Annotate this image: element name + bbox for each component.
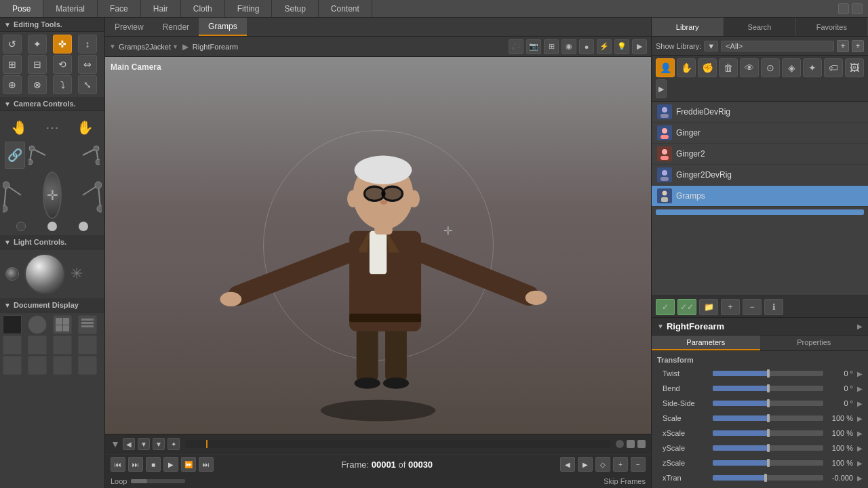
doc-icon-black[interactable] (3, 315, 22, 334)
viewport-btn-lights[interactable]: ⚡ (597, 39, 612, 54)
breadcrumb-scene-item[interactable]: Gramps2Jacket ▼ (119, 43, 178, 51)
lib-icon-circle[interactable]: ⊙ (761, 58, 780, 77)
param-scale-arrow[interactable]: ▶ (857, 415, 863, 422)
doc-icon-9[interactable] (3, 356, 22, 375)
viewport-btn-render[interactable]: 📷 (526, 39, 541, 54)
lib-icon-head[interactable]: 🗑 (719, 58, 738, 77)
viewport-btn-headlamp[interactable]: 💡 (614, 39, 629, 54)
btn-step-fwd[interactable]: ⏩ (181, 457, 196, 472)
lib-item-freddie[interactable]: FreddieDevRig (652, 102, 868, 123)
cam-skeleton-large-left[interactable] (3, 175, 40, 216)
param-xscale-slider[interactable] (713, 430, 823, 436)
light-sphere[interactable] (24, 253, 65, 294)
tool-universal[interactable]: ✜ (53, 35, 72, 54)
light-small-knob[interactable] (5, 267, 19, 281)
btn-step-back[interactable]: ⏭ (128, 457, 143, 472)
doc-icon-7[interactable] (53, 336, 72, 354)
lib-btn-add[interactable]: + (721, 299, 740, 315)
doc-icon-10[interactable] (28, 356, 47, 375)
timeline-dot-2[interactable] (627, 440, 635, 448)
tool-rotate2[interactable]: ⟲ (53, 55, 72, 74)
properties-header-arrow[interactable]: ▶ (857, 323, 863, 330)
param-bend-slider[interactable] (713, 386, 823, 391)
prop-tab-parameters[interactable]: Parameters (652, 336, 760, 350)
param-twist-slider[interactable] (713, 371, 823, 376)
viewport-tab-preview[interactable]: Preview (105, 18, 153, 36)
lib-icon-hands[interactable]: ✋ (677, 58, 696, 77)
tab-hair[interactable]: Hair (141, 0, 181, 17)
lib-icon-eye[interactable]: 👁 (740, 58, 759, 77)
param-yscale-slider[interactable] (713, 445, 823, 451)
doc-icon-lines[interactable] (78, 315, 97, 334)
tool-resize1[interactable]: ⊞ (3, 55, 22, 74)
lib-btn-info[interactable]: ℹ (764, 299, 783, 315)
doc-icon-circle[interactable] (28, 315, 47, 334)
light-controls-header[interactable]: ▼ Light Controls. (0, 235, 104, 249)
doc-icon-6[interactable] (28, 336, 47, 354)
btn-go-start[interactable]: ⏮ (111, 457, 125, 472)
btn-transport-left[interactable]: ◀ (560, 457, 575, 472)
param-zscale-arrow[interactable]: ▶ (857, 460, 863, 467)
loop-slider[interactable] (131, 479, 185, 483)
param-xtran-arrow[interactable]: ▶ (857, 474, 863, 482)
viewport-btn-more[interactable]: ▶ (632, 39, 647, 54)
library-add-btn[interactable]: + (837, 40, 849, 52)
viewport-btn-camera[interactable]: 🎥 (509, 39, 524, 54)
btn-plus[interactable]: + (613, 457, 628, 472)
param-yscale-arrow[interactable]: ▶ (857, 445, 863, 452)
param-twist-arrow[interactable]: ▶ (857, 370, 863, 378)
viewport-btn-shading[interactable]: ● (579, 39, 594, 54)
light-star-icon[interactable]: ✳ (71, 265, 83, 283)
lib-item-gramps[interactable]: Gramps (652, 186, 868, 207)
btn-stop[interactable]: ■ (146, 457, 161, 472)
cam-dot-2[interactable] (47, 222, 57, 231)
tab-face[interactable]: Face (98, 0, 141, 17)
lib-tab-library[interactable]: Library (652, 18, 724, 36)
btn-transport-right[interactable]: ▶ (578, 457, 593, 472)
btn-minus[interactable]: − (631, 457, 646, 472)
param-xscale-arrow[interactable]: ▶ (857, 430, 863, 437)
tool-rotate[interactable]: ↺ (3, 35, 22, 54)
doc-icon-11[interactable] (53, 356, 72, 375)
cam-skeleton-right[interactable] (66, 142, 100, 169)
tab-pose[interactable]: Pose (0, 0, 43, 17)
param-scale-slider[interactable] (713, 415, 823, 421)
doc-icon-grid[interactable] (53, 315, 72, 334)
tab-content[interactable]: Content (319, 0, 372, 17)
btn-key-diamond[interactable]: ◇ (595, 457, 610, 472)
breadcrumb-bone-item[interactable]: RightForearm (193, 43, 238, 51)
doc-icon-12[interactable] (78, 356, 97, 375)
corner-btn-2[interactable] (852, 3, 863, 14)
tool-move3[interactable]: ⤡ (78, 75, 97, 94)
tab-material[interactable]: Material (43, 0, 98, 17)
lib-btn-remove[interactable]: − (743, 299, 762, 315)
tool-resize2[interactable]: ⊟ (28, 55, 47, 74)
lib-item-ginger[interactable]: Ginger (652, 123, 868, 144)
editing-tools-header[interactable]: ▼ Editing Tools. (0, 18, 104, 32)
param-sideside-slider[interactable] (713, 401, 823, 406)
cam-hand-dots[interactable]: ⋯ (40, 115, 64, 139)
doc-icon-8[interactable] (78, 336, 97, 354)
cam-skeleton-left[interactable] (28, 142, 62, 169)
lib-btn-check1[interactable]: ✓ (656, 299, 675, 315)
viewport-canvas[interactable]: Main Camera (105, 57, 651, 434)
tool-move2[interactable]: ⇔ (78, 55, 97, 74)
cam-hand-left[interactable]: 🤚 (7, 115, 31, 139)
lib-icon-image[interactable]: 🖼 (845, 58, 864, 77)
lib-icon-person[interactable]: 👤 (656, 58, 675, 77)
timeline-arrow-3[interactable]: ▼ (153, 438, 165, 450)
tool-zoom[interactable]: ⊗ (28, 75, 47, 94)
tool-move[interactable]: ↕ (78, 35, 97, 54)
library-all-filter[interactable]: <All> (721, 41, 834, 52)
lib-tab-search[interactable]: Search (724, 18, 795, 36)
lib-icon-diamond[interactable]: ◈ (782, 58, 801, 77)
lib-item-ginger2devrig[interactable]: Ginger2DevRig (652, 165, 868, 186)
library-add-btn2[interactable]: + (852, 40, 864, 52)
lib-tab-favorites[interactable]: Favorites (796, 18, 868, 36)
lib-icon-fist[interactable]: ✊ (698, 58, 717, 77)
cam-dot-3[interactable] (79, 222, 88, 231)
document-display-header[interactable]: ▼ Document Display (0, 298, 104, 312)
cam-dot-1[interactable] (16, 222, 26, 231)
param-xtran-slider[interactable] (713, 475, 823, 481)
tab-setup[interactable]: Setup (272, 0, 318, 17)
